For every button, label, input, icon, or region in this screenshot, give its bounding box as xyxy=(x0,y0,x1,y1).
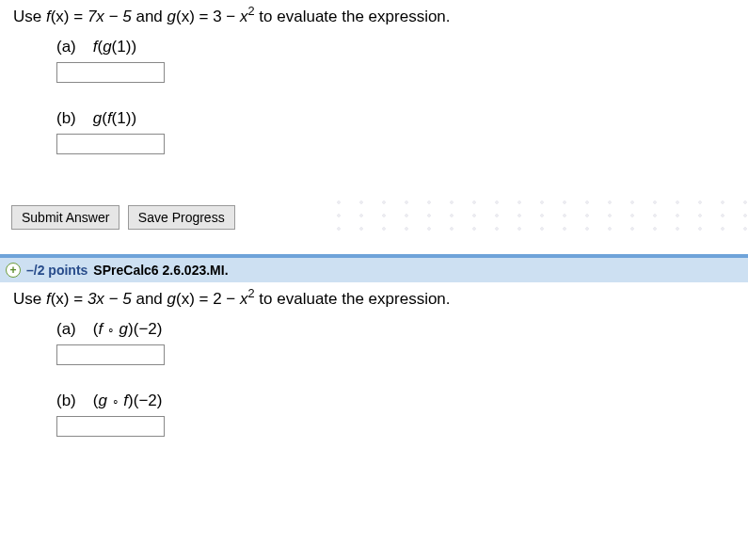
g-arg: (x) xyxy=(176,8,195,25)
answer-input-2b[interactable] xyxy=(56,416,165,437)
button-bar: Submit Answer Save Progress xyxy=(0,198,748,237)
g-body-x: x xyxy=(240,290,248,308)
part-a-label: (a) f(g(1)) xyxy=(56,38,735,56)
f-arg: (x) xyxy=(51,8,70,25)
eq: = xyxy=(195,290,213,308)
f-body: 3x − 5 xyxy=(88,290,132,308)
question-1-prompt: Use f(x) = 7x − 5 and g(x) = 3 − x2 to e… xyxy=(13,8,735,26)
part-a-label: (a) (f ∘ g)(−2) xyxy=(56,320,735,339)
f-body: 7x − 5 xyxy=(88,8,132,25)
expand-icon[interactable]: + xyxy=(6,263,21,278)
answer-input-1b[interactable] xyxy=(56,134,165,154)
outer-fn: f xyxy=(93,38,98,56)
g-body-a: 2 − xyxy=(213,290,240,308)
outer-fn: g xyxy=(98,392,106,409)
points-text: –/2 points xyxy=(26,263,88,278)
question-ref: SPreCalc6 2.6.023.MI. xyxy=(93,263,228,278)
part-b: (b) g(f(1)) xyxy=(56,109,735,154)
part-letter: (b) xyxy=(56,392,88,410)
question-2-parts: (a) (f ∘ g)(−2) (b) (g ∘ f)(−2) xyxy=(56,320,735,437)
arg: (−2) xyxy=(134,392,163,409)
g-body-x: x xyxy=(240,8,248,25)
part-b-label: (b) (g ∘ f)(−2) xyxy=(56,392,735,410)
part-letter: (a) xyxy=(56,38,88,56)
f-arg: (x) xyxy=(51,290,70,308)
answer-input-2a[interactable] xyxy=(56,344,165,365)
arg: (1)) xyxy=(112,38,136,56)
question-2-header: + –/2 points SPreCalc6 2.6.023.MI. xyxy=(0,254,748,282)
prompt-text: Use xyxy=(13,8,46,25)
prompt-post: to evaluate the expression. xyxy=(255,8,451,25)
g-body-exp: 2 xyxy=(248,4,255,18)
eq: = xyxy=(70,8,88,25)
g-body-exp: 2 xyxy=(248,286,255,300)
eq: = xyxy=(195,8,213,25)
part-a: (a) f(g(1)) xyxy=(56,38,735,83)
question-2-prompt: Use f(x) = 3x − 5 and g(x) = 2 − x2 to e… xyxy=(13,290,735,309)
part-a: (a) (f ∘ g)(−2) xyxy=(56,320,735,365)
and-text: and xyxy=(132,8,167,25)
question-1: Use f(x) = 7x − 5 and g(x) = 3 − x2 to e… xyxy=(0,0,748,198)
save-progress-button[interactable]: Save Progress xyxy=(128,205,235,230)
part-b: (b) (g ∘ f)(−2) xyxy=(56,392,735,437)
question-1-parts: (a) f(g(1)) (b) g(f(1)) xyxy=(56,38,735,154)
part-letter: (b) xyxy=(56,109,88,128)
outer-fn: f xyxy=(98,320,103,338)
and-text: and xyxy=(132,290,167,308)
arg: (1)) xyxy=(112,109,136,127)
answer-input-1a[interactable] xyxy=(56,62,165,83)
g-body-a: 3 − xyxy=(213,8,240,25)
compose-icon: ∘ xyxy=(107,324,115,337)
compose-icon: ∘ xyxy=(112,395,119,408)
g-name: g xyxy=(167,290,176,308)
prompt-text: Use xyxy=(13,290,46,308)
inner-fn: g xyxy=(119,320,128,338)
question-2: Use f(x) = 3x − 5 and g(x) = 2 − x2 to e… xyxy=(0,282,748,480)
eq: = xyxy=(70,290,88,308)
g-arg: (x) xyxy=(176,290,195,308)
submit-answer-button[interactable]: Submit Answer xyxy=(11,205,119,230)
inner-fn: g xyxy=(103,38,111,56)
part-letter: (a) xyxy=(56,320,88,339)
part-b-label: (b) g(f(1)) xyxy=(56,109,735,128)
prompt-post: to evaluate the expression. xyxy=(255,290,451,308)
outer-fn: g xyxy=(93,109,102,127)
g-name: g xyxy=(167,8,176,25)
arg: (−2) xyxy=(134,320,163,338)
